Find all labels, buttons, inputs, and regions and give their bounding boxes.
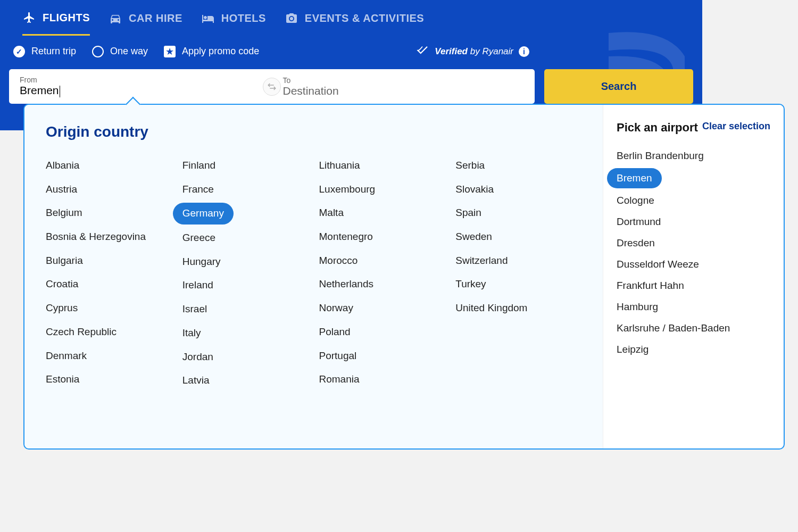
airport-item[interactable]: Dresden — [617, 232, 702, 254]
country-item[interactable]: Bosnia & Herzegovina — [46, 225, 172, 249]
countries-grid: AlbaniaAustriaBelgiumBosnia & Herzegovin… — [46, 154, 581, 393]
airport-item[interactable]: Hamburg — [617, 296, 702, 318]
airport-item[interactable]: Dortmund — [617, 211, 702, 232]
airport-item[interactable]: Karlsruhe / Baden-Baden — [617, 318, 702, 339]
to-field[interactable]: To Destination — [272, 69, 535, 104]
country-item[interactable]: Hungary — [182, 250, 309, 274]
country-item[interactable]: Czech Republic — [46, 320, 172, 344]
country-column: AlbaniaAustriaBelgiumBosnia & Herzegovin… — [46, 154, 172, 393]
airport-item[interactable]: Berlin Brandenburg — [617, 145, 702, 167]
country-item[interactable]: Slovakia — [455, 178, 581, 202]
country-item[interactable]: Turkey — [455, 272, 581, 296]
country-item[interactable]: Serbia — [455, 154, 581, 178]
checkmark-icon — [415, 43, 429, 60]
country-item[interactable]: Romania — [319, 368, 445, 392]
radio-unchecked-icon — [92, 46, 104, 57]
tab-label: FLIGHTS — [43, 12, 90, 24]
option-label: Return trip — [31, 46, 76, 57]
country-item[interactable]: Poland — [319, 320, 445, 344]
country-item[interactable]: Albania — [46, 154, 172, 178]
field-label: From — [20, 76, 261, 84]
panel-title: Origin country — [46, 123, 581, 140]
plane-icon — [22, 11, 36, 24]
route-fields: From Bremen To Destination — [9, 69, 535, 104]
country-item[interactable]: Denmark — [46, 344, 172, 368]
tab-label: EVENTS & ACTIVITIES — [305, 12, 424, 24]
airport-item[interactable]: Dusseldorf Weeze — [617, 254, 702, 275]
star-tag-icon: ★ — [164, 46, 176, 57]
country-item[interactable]: Jordan — [182, 345, 309, 369]
country-item[interactable]: Netherlands — [319, 272, 445, 296]
tab-label: HOTELS — [221, 12, 266, 24]
option-promo-code[interactable]: ★ Apply promo code — [164, 46, 259, 57]
country-item[interactable]: Bulgaria — [46, 249, 172, 273]
country-item[interactable]: Ireland — [182, 273, 309, 297]
tab-label: CAR HIRE — [129, 12, 182, 24]
field-label: To — [283, 76, 525, 85]
country-column: LithuaniaLuxembourgMaltaMontenegroMorocc… — [319, 154, 445, 393]
swap-icon[interactable] — [263, 78, 281, 96]
country-item[interactable]: Spain — [455, 201, 581, 225]
car-icon — [109, 12, 122, 26]
to-placeholder: Destination — [283, 85, 525, 97]
country-item[interactable]: Greece — [182, 226, 309, 250]
from-field[interactable]: From Bremen — [9, 69, 272, 104]
country-item[interactable]: Croatia — [46, 272, 172, 296]
country-item[interactable]: Italy — [182, 321, 309, 345]
option-label: One way — [110, 46, 148, 57]
country-item[interactable]: United Kingdom — [455, 296, 581, 320]
country-item[interactable]: Finland — [182, 154, 309, 178]
tab-flights[interactable]: FLIGHTS — [22, 11, 90, 36]
airports-header: Pick an airport Clear selection — [617, 121, 702, 135]
tab-events[interactable]: EVENTS & ACTIVITIES — [285, 11, 424, 36]
country-item[interactable]: Morocco — [319, 249, 445, 273]
option-return-trip[interactable]: Return trip — [13, 46, 76, 57]
radio-checked-icon — [13, 46, 25, 57]
airports-list: Berlin BrandenburgBremenCologneDortmundD… — [617, 145, 702, 360]
country-item[interactable]: Cyprus — [46, 296, 172, 320]
country-item[interactable]: Montenegro — [319, 225, 445, 249]
country-item[interactable]: Belgium — [46, 201, 172, 225]
bed-icon — [201, 12, 215, 26]
verified-text: Verified by Ryanair — [435, 46, 513, 57]
airport-item[interactable]: Bremen — [607, 168, 662, 188]
search-button[interactable]: Search — [544, 69, 693, 104]
info-icon: i — [519, 46, 529, 57]
country-item[interactable]: Latvia — [182, 369, 309, 393]
airports-title: Pick an airport — [617, 121, 698, 135]
from-value: Bremen — [20, 84, 261, 97]
camera-icon — [285, 12, 298, 26]
country-item[interactable]: Estonia — [46, 368, 172, 392]
option-one-way[interactable]: One way — [92, 46, 148, 57]
country-item[interactable]: Norway — [319, 296, 445, 320]
option-label: Apply promo code — [182, 46, 259, 57]
tab-car-hire[interactable]: CAR HIRE — [109, 11, 182, 36]
country-item[interactable]: Portugal — [319, 344, 445, 368]
origin-dropdown: Origin country AlbaniaAustriaBelgiumBosn… — [23, 104, 702, 450]
country-item[interactable]: Israel — [182, 297, 309, 321]
country-item[interactable]: France — [182, 178, 309, 202]
country-item[interactable]: Switzerland — [455, 249, 581, 273]
country-column: SerbiaSlovakiaSpainSwedenSwitzerlandTurk… — [455, 154, 581, 393]
country-item[interactable]: Malta — [319, 201, 445, 225]
airports-panel: Pick an airport Clear selection Berlin B… — [603, 105, 702, 448]
country-item[interactable]: Germany — [173, 203, 234, 225]
search-row: From Bremen To Destination Search — [9, 69, 693, 104]
airport-item[interactable]: Cologne — [617, 190, 702, 211]
country-column: FinlandFranceGermanyGreeceHungaryIreland… — [182, 154, 309, 393]
tab-hotels[interactable]: HOTELS — [201, 11, 266, 36]
country-item[interactable]: Lithuania — [319, 154, 445, 178]
airport-item[interactable]: Leipzig — [617, 339, 702, 360]
country-item[interactable]: Sweden — [455, 225, 581, 249]
airport-item[interactable]: Frankfurt Hahn — [617, 275, 702, 296]
country-item[interactable]: Luxembourg — [319, 178, 445, 202]
country-item[interactable]: Austria — [46, 178, 172, 202]
countries-panel: Origin country AlbaniaAustriaBelgiumBosn… — [24, 105, 603, 448]
